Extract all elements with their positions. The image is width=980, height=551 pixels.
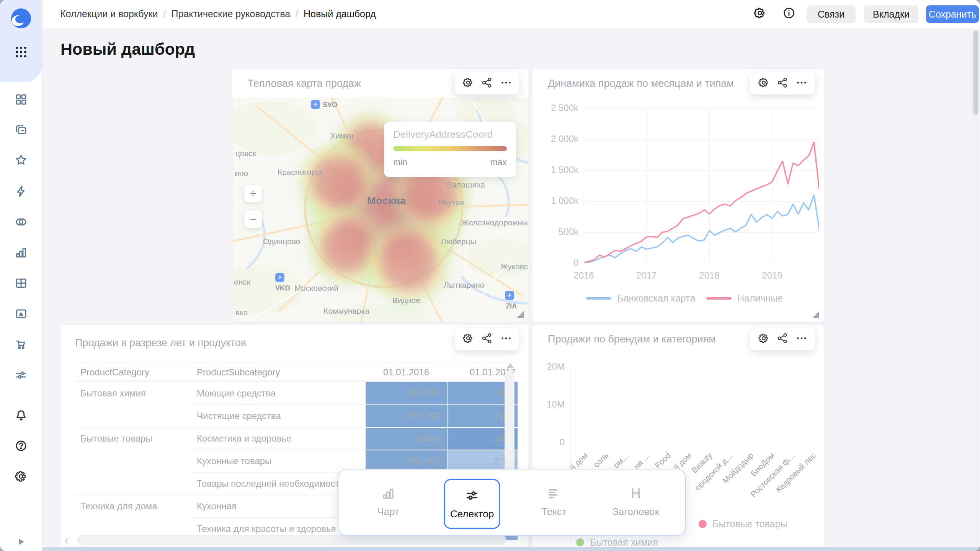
bar-chart-icon [15, 246, 28, 259]
bar-plot [570, 367, 819, 442]
legend-item[interactable]: Бытовые товары [699, 518, 787, 530]
settings-button[interactable] [15, 470, 28, 483]
star-icon [15, 153, 28, 166]
sidebar-item-favorites[interactable] [15, 153, 28, 166]
help-button[interactable] [15, 439, 28, 452]
widget-resize-handle[interactable] [812, 311, 819, 318]
category-name: Бытовая химия [590, 537, 658, 548]
toolbar-item-selector[interactable]: Селектор [444, 479, 500, 529]
widget-links-icon[interactable] [481, 77, 493, 90]
map-canvas[interactable]: ХимкицовскиноКрасногорскМоскваБалашихаРе… [232, 98, 528, 322]
sidebar-item-operations[interactable] [15, 185, 28, 198]
page-title: Новый дашборд [60, 40, 195, 59]
series-Банковская карта [584, 195, 819, 263]
line-chart-svg [584, 108, 819, 263]
widget-more-icon[interactable] [796, 77, 807, 90]
tabs-button[interactable]: Вкладки [864, 5, 918, 23]
toolbar-item-text[interactable]: Текст [527, 478, 581, 527]
add-widget-toolbar: Чарт Селектор Текст H Заголовок [338, 469, 686, 536]
table-header-row: ProductCategoryProductSubcategory01.01.2… [75, 363, 518, 382]
widget-title: Динамика продаж по месяцам и типам [548, 78, 734, 90]
widget-resize-handle[interactable] [517, 311, 524, 318]
folder-media-icon [15, 307, 28, 320]
sidebar-item-services[interactable] [15, 368, 28, 381]
column-header[interactable]: 01.01.2016 [366, 363, 447, 382]
heat-legend: DeliveryAddressCoord min max [384, 122, 516, 177]
widget-settings-gear-icon[interactable] [462, 77, 474, 90]
x-tick-label: 2017 [629, 270, 664, 281]
y-tick-label: 0 [540, 258, 578, 268]
widget-settings-gear-icon[interactable] [758, 77, 769, 90]
legend-item[interactable]: Бытовая химия [576, 537, 658, 548]
save-button[interactable]: Сохранить [926, 5, 979, 23]
toolbar-item-chart[interactable]: Чарт [361, 478, 415, 527]
map-zoom-out-button[interactable]: − [244, 210, 262, 228]
city-label: Химки [330, 131, 353, 140]
city-label: Балашиха [447, 180, 485, 189]
cell-category [75, 450, 191, 472]
widget-actions [750, 72, 815, 95]
y-tick-label: 20M [542, 361, 565, 372]
sidebar-item-dashboards[interactable] [15, 93, 28, 106]
sliders-icon [15, 368, 28, 381]
map-zoom-in-button[interactable]: + [244, 185, 262, 202]
table-row: Чистящие средства210 793718 [75, 404, 518, 427]
breadcrumb-collections[interactable]: Коллекции и воркбуки [60, 8, 158, 20]
table-scroll-left-arrow[interactable]: ‹ [64, 532, 69, 547]
cell-subcategory: Кухонные товары [191, 450, 366, 472]
city-label: Московский [294, 284, 338, 293]
toolbar-item-heading[interactable]: H Заголовок [609, 478, 663, 527]
sidebar-item-collections[interactable] [15, 124, 28, 137]
column-header[interactable]: ProductCategory [75, 363, 191, 382]
series-Наличные [584, 142, 819, 262]
widget-more-icon[interactable] [796, 333, 807, 346]
series-name: Банковская карта [617, 293, 695, 304]
links-button[interactable]: Связи [807, 5, 856, 23]
table-horizontal-scrollbar[interactable] [77, 535, 506, 545]
widget-settings-gear-icon[interactable] [758, 333, 769, 346]
cell-category: Техника для дома [75, 495, 191, 517]
dashboard-settings-button[interactable] [753, 7, 769, 22]
cell-subcategory: Косметика и здоровье [191, 427, 366, 450]
heat-gradient-bar [393, 146, 507, 151]
legend-item-card[interactable]: Банковская карта [586, 293, 695, 304]
widget-settings-gear-icon[interactable] [462, 333, 474, 346]
widget-heatmap[interactable]: Тепловая карта продаж [232, 69, 528, 322]
datalens-logo-icon[interactable] [11, 8, 31, 28]
sidebar-item-marketplace[interactable] [15, 338, 28, 351]
widget-links-icon[interactable] [481, 333, 493, 346]
page-scrollbar-thumb[interactable] [973, 31, 978, 115]
widget-line-chart[interactable]: Динамика продаж по месяцам и типам Банко… [532, 69, 824, 322]
sidebar-item-files[interactable] [15, 307, 28, 320]
sidebar-item-tables[interactable] [15, 277, 28, 290]
widget-links-icon[interactable] [777, 77, 788, 90]
widget-links-icon[interactable] [777, 333, 788, 346]
widget-title: Продажи в разрезе лет и продуктов [75, 337, 246, 349]
widget-more-icon[interactable] [500, 77, 512, 90]
bell-icon [15, 409, 28, 422]
widget-more-icon[interactable] [500, 333, 512, 346]
gridline-v [570, 367, 571, 442]
legend-item-cash[interactable]: Наличные [706, 293, 783, 304]
column-header[interactable]: ProductSubcategory [191, 363, 366, 382]
heading-h-icon: H [631, 487, 641, 500]
notifications-button[interactable] [15, 409, 28, 422]
city-label: Москва [367, 195, 406, 207]
widget-title: Продажи по брендам и категориям [548, 333, 716, 345]
city-label: Красногорск [278, 168, 323, 177]
sidebar-item-datasets[interactable] [15, 215, 28, 228]
sidebar-collapse-button[interactable] [0, 532, 42, 551]
breadcrumb-workbook[interactable]: Практические руководства [171, 8, 290, 20]
cell-subcategory: Моющие средства [191, 382, 366, 404]
table-row: Бытовые товарыКосметика и здоровье30 885… [75, 427, 518, 450]
x-tick-label: 2018 [692, 270, 727, 281]
category-color-dot [576, 538, 584, 546]
airport-code: SVO [323, 101, 337, 109]
apps-grid-icon[interactable] [13, 44, 29, 60]
info-button[interactable] [782, 7, 798, 22]
question-circle-icon [15, 439, 28, 452]
city-label: Железнодорожный [461, 218, 528, 227]
table-scroll-up-arrow[interactable] [507, 363, 514, 368]
sidebar-item-charts[interactable] [15, 246, 28, 259]
line-plot [584, 108, 819, 263]
